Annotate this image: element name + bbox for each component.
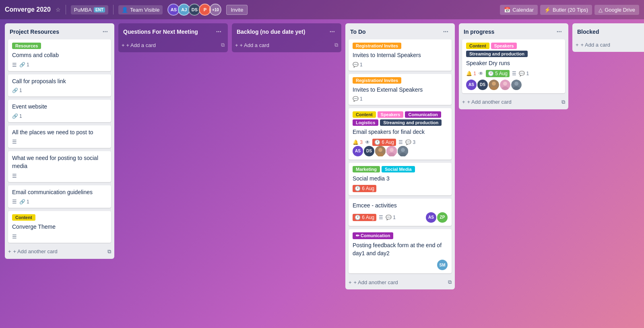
calendar-button[interactable]: 📅 Calendar bbox=[500, 5, 538, 15]
column-menu-in-progress[interactable]: ··· bbox=[555, 27, 564, 36]
avatar-img2 bbox=[386, 146, 397, 156]
label-registration-invites: Registration/ Invites bbox=[353, 77, 401, 84]
team-visible-label: Team Visible bbox=[130, 7, 159, 13]
card-meta: SM bbox=[353, 260, 448, 270]
card-social-media-3[interactable]: Marketing Social Media Social media 3 🕐 … bbox=[349, 163, 452, 196]
card-labels: Content bbox=[12, 214, 107, 221]
card-converge-theme[interactable]: Content Converge Theme bbox=[8, 211, 111, 243]
workspace-badge[interactable]: PuMBA ENT bbox=[71, 5, 108, 14]
column-title-todo: To Do bbox=[350, 29, 366, 35]
person-icon: 👤 bbox=[122, 7, 128, 13]
card-title: Call for proposals link bbox=[12, 78, 107, 86]
add-card-questions[interactable]: + + Add a card ⧉ bbox=[118, 39, 228, 52]
card-title: Comms and collab bbox=[12, 51, 107, 59]
column-menu-questions[interactable]: ··· bbox=[215, 27, 223, 36]
label-marketing: Marketing bbox=[353, 166, 380, 172]
column-header-blocked: Blocked ··· bbox=[572, 23, 644, 39]
label-registration-invites: Registration/ Invites bbox=[353, 43, 401, 49]
column-questions: Questions For Next Meeting ··· + + Add a… bbox=[118, 23, 228, 52]
card-places-post[interactable]: All the places we need to post to bbox=[8, 125, 111, 148]
add-card-backlog[interactable]: + + Add a card ⧉ bbox=[232, 39, 341, 52]
column-menu-project-resources[interactable]: ··· bbox=[101, 27, 109, 36]
avatar-img2 bbox=[500, 80, 510, 90]
card-call-proposals[interactable]: Call for proposals link 🔗 1 bbox=[8, 74, 111, 97]
checklist-icon: ☰ bbox=[512, 71, 516, 76]
column-header-project-resources: Project Resources ··· bbox=[5, 23, 114, 39]
add-another-card-project-resources[interactable]: + + Add another card ⧉ bbox=[5, 246, 114, 259]
checklist-icon bbox=[12, 234, 17, 240]
due-date-green: 🕐 5 Aug bbox=[486, 70, 510, 77]
card-external-speakers[interactable]: Registration/ Invites Invites to Externa… bbox=[349, 74, 452, 105]
card-speaker-dry-runs[interactable]: Content Speakers Streaming and productio… bbox=[462, 39, 565, 93]
attachment-count: 🔗 1 bbox=[19, 62, 29, 68]
avatar-img1 bbox=[375, 146, 386, 156]
eye-icon: 👁 bbox=[365, 139, 370, 145]
plus-icon: + bbox=[462, 99, 465, 105]
svg-point-4 bbox=[390, 148, 394, 152]
label-speakers: Speakers bbox=[378, 111, 404, 118]
add-another-card-in-progress[interactable]: + + Add another card ⧉ bbox=[459, 96, 568, 109]
avatar-ds: DS bbox=[364, 146, 374, 156]
avatar-more[interactable]: +10 bbox=[209, 4, 221, 16]
column-title-in-progress: In progress bbox=[464, 29, 494, 35]
card-comms-collab[interactable]: Resources Comms and collab 🔗 1 bbox=[8, 39, 111, 71]
column-body-todo: Registration/ Invites Invites to Interna… bbox=[345, 39, 455, 277]
card-title: Social media 3 bbox=[353, 175, 448, 183]
copy-icon: ⧉ bbox=[334, 42, 338, 48]
card-internal-speakers[interactable]: Registration/ Invites Invites to Interna… bbox=[349, 39, 452, 71]
card-email-final-deck[interactable]: Content Speakers Comunication Logistics … bbox=[349, 108, 452, 160]
bell-count: 🔔 3 bbox=[353, 139, 363, 145]
invite-button[interactable]: Invite bbox=[226, 5, 248, 15]
avatar-sm: SM bbox=[437, 260, 448, 270]
comment-count: 💬 1 bbox=[519, 71, 529, 76]
svg-point-16 bbox=[514, 82, 518, 86]
card-social-posting[interactable]: What we need for posting to social media bbox=[8, 151, 111, 182]
google-drive-button[interactable]: △ Google Drive bbox=[594, 5, 639, 15]
team-visible-button[interactable]: 👤 Team Visible bbox=[118, 5, 163, 14]
add-card-label: + Add another card bbox=[13, 248, 58, 254]
card-meta: 🕐 6 Aug ☰ 💬 1 AS ZP bbox=[353, 212, 448, 223]
butler-button[interactable]: ⚡ Butler (20 Tips) bbox=[540, 5, 592, 15]
column-title-project-resources: Project Resources bbox=[10, 29, 59, 35]
checklist-icon: ☰ bbox=[379, 215, 383, 220]
attachment-count: 🔗 1 bbox=[12, 88, 22, 93]
members-avatars: AS AJ DS P +10 bbox=[167, 4, 221, 16]
card-meta: 🔔 3 👁 🕐 6 Aug ☰ 💬 3 bbox=[353, 139, 448, 146]
card-title: Emcee - activities bbox=[353, 202, 448, 210]
column-project-resources: Project Resources ··· Resources Comms an… bbox=[5, 23, 114, 259]
column-header-backlog: Backlog (no due date yet) ··· bbox=[232, 23, 341, 39]
avatar-as: AS bbox=[466, 80, 477, 90]
label-social-media: Social Media bbox=[382, 166, 415, 172]
card-emcee-activities[interactable]: Emcee - activities 🕐 6 Aug ☰ 💬 1 AS ZP bbox=[349, 199, 452, 226]
card-avatars: AS DS bbox=[353, 146, 448, 156]
card-email-guidelines[interactable]: Email communication guidelines 🔗 1 bbox=[8, 185, 111, 208]
label-streaming: Streaming and production bbox=[380, 119, 442, 126]
label-speakers: Speakers bbox=[491, 43, 517, 49]
card-title: Email speakers for final deck bbox=[353, 128, 448, 136]
card-posting-feedback[interactable]: ✏ Comunication Posting feedback form at … bbox=[349, 229, 452, 273]
card-title: Event website bbox=[12, 103, 107, 111]
svg-point-1 bbox=[378, 148, 382, 152]
card-meta: 💬 1 bbox=[353, 96, 448, 102]
comment-count: 💬 3 bbox=[405, 139, 415, 145]
card-avatars: SM bbox=[437, 260, 448, 270]
column-menu-todo[interactable]: ··· bbox=[442, 27, 450, 36]
add-another-card-todo[interactable]: + + Add another card ⧉ bbox=[345, 277, 455, 289]
eye-icon: 👁 bbox=[479, 71, 483, 76]
attachment-count: 🔗 1 bbox=[19, 199, 29, 205]
copy-icon: ⧉ bbox=[448, 279, 452, 285]
card-event-website[interactable]: Event website 🔗 1 bbox=[8, 100, 111, 122]
card-labels: Content Speakers Streaming and productio… bbox=[466, 43, 561, 57]
star-icon[interactable]: ☆ bbox=[56, 6, 61, 13]
add-card-blocked[interactable]: + + Add a card bbox=[572, 39, 644, 52]
comment-count: 💬 1 bbox=[386, 215, 396, 220]
avatar-img1 bbox=[489, 80, 499, 90]
svg-point-10 bbox=[492, 82, 496, 86]
card-title: All the places we need to post to bbox=[12, 129, 107, 137]
card-labels: Resources bbox=[12, 43, 107, 49]
column-menu-backlog[interactable]: ··· bbox=[328, 27, 336, 36]
header-divider-2 bbox=[113, 5, 114, 14]
butler-label: Butler (20 Tips) bbox=[553, 7, 588, 13]
column-header-todo: To Do ··· bbox=[345, 23, 455, 39]
add-card-label: + Add another card bbox=[354, 279, 398, 285]
